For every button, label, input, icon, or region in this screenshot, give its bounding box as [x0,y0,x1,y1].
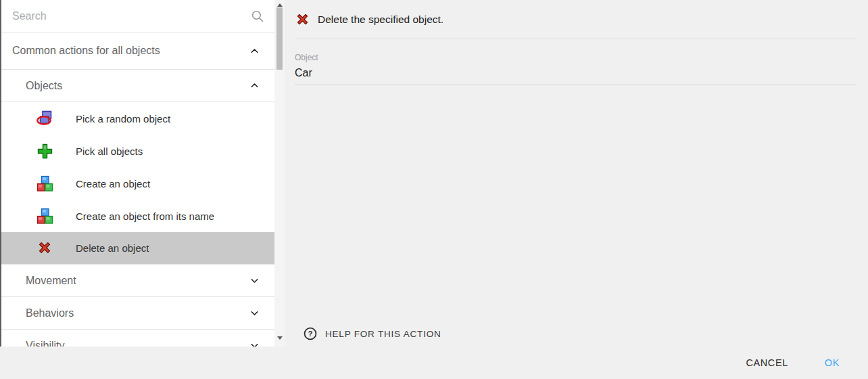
action-item-label: Create an object from its name [76,210,214,222]
action-title: Delete the specified object. [318,14,443,26]
scrollbar-thumb[interactable] [276,7,283,70]
create-object-icon [37,208,53,225]
action-item-label: Pick a random object [76,113,170,125]
category-label: Visibility [26,340,65,347]
pick-all-objects-icon [37,143,53,160]
chevron-down-icon [249,340,260,347]
cancel-button[interactable]: CANCEL [735,352,798,374]
object-field-input[interactable] [295,62,857,85]
header-divider [295,39,857,39]
triangle-down-icon [277,336,283,340]
search-icon [250,9,265,24]
category-objects[interactable]: Objects [1,70,274,102]
category-label: Behaviors [26,307,74,319]
search-bar [1,0,274,32]
sidebar-scrollbar[interactable] [274,0,285,347]
delete-object-icon [37,240,53,257]
action-header: Delete the specified object. [285,0,868,39]
action-item-label: Delete an object [76,242,149,254]
chevron-down-icon [249,275,260,286]
ok-button[interactable]: OK [814,352,850,374]
create-object-icon [37,175,53,192]
scrollbar-down-button[interactable] [274,333,285,342]
dialog-footer: CANCEL OK [0,347,868,379]
chevron-up-icon [249,45,260,57]
category-label: Movement [26,275,76,287]
help-button[interactable]: ? HELP FOR THIS ACTION [303,325,441,342]
object-field-label: Object [295,53,857,62]
object-field-block: Object [295,53,857,85]
category-movement[interactable]: Movement [1,265,274,297]
chevron-down-icon [249,307,260,319]
category-common-actions[interactable]: Common actions for all objects [1,32,274,70]
action-item-create-object[interactable]: Create an object [1,167,274,200]
action-parameters-panel: Delete the specified object. Object ? HE… [285,0,868,347]
category-label: Objects [26,80,62,92]
chevron-up-icon [249,80,260,91]
search-input[interactable] [12,10,245,22]
actions-list-panel: Common actions for all objects Objects P… [0,0,285,347]
category-label: Common actions for all objects [12,45,160,57]
help-circle-icon: ? [303,326,318,341]
svg-text:?: ? [308,330,313,338]
action-item-pick-all-objects[interactable]: Pick all objects [1,135,274,167]
category-behaviors[interactable]: Behaviors [1,297,274,330]
action-item-pick-random-object[interactable]: Pick a random object [1,102,274,135]
category-visibility[interactable]: Visibility [1,330,274,347]
delete-object-icon [295,12,310,27]
triangle-up-icon [277,3,283,7]
help-button-label: HELP FOR THIS ACTION [325,329,441,339]
action-item-label: Pick all objects [76,146,143,157]
action-item-create-object-from-name[interactable]: Create an object from its name [1,200,274,232]
action-item-delete-object[interactable]: Delete an object [1,232,274,265]
action-item-label: Create an object [76,178,150,190]
pick-random-object-icon [37,110,53,127]
